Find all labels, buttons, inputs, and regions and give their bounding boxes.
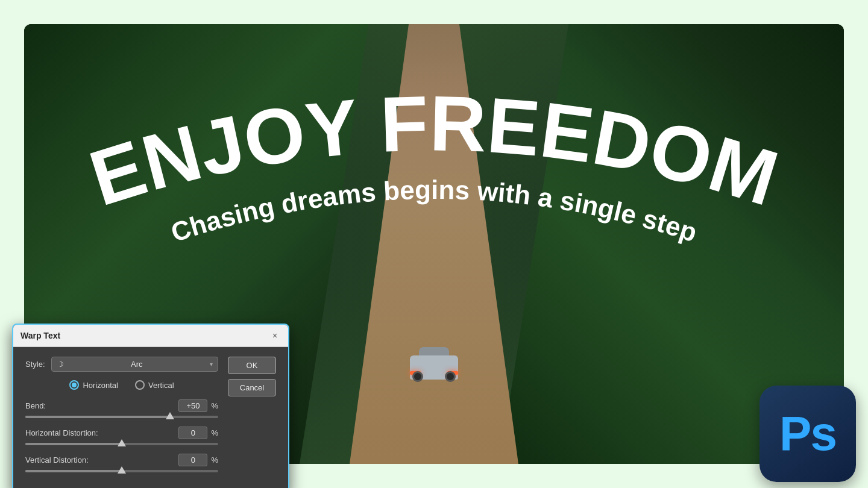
dialog-title: Warp Text [20, 331, 60, 340]
orientation-row: Horizontal Vertical [25, 380, 218, 390]
ps-badge: Ps [760, 386, 856, 482]
h-distortion-pct: % [211, 428, 218, 437]
horizontal-radio-circle [69, 380, 79, 390]
horizontal-radio-dot [72, 383, 77, 387]
bend-slider-row: Bend: % [25, 399, 218, 418]
dialog-titlebar: Warp Text × [13, 325, 288, 347]
h-distortion-header: Horizontal Distortion: % [25, 427, 218, 439]
vertical-radio-circle [135, 380, 145, 390]
h-distortion-value[interactable] [178, 427, 207, 439]
horizontal-label: Horizontal [83, 381, 118, 390]
dialog-controls: Style: ☽ Arc ▾ Horizontal [25, 357, 218, 481]
bend-label: Bend: [25, 401, 178, 410]
bend-slider-header: Bend: % [25, 399, 218, 412]
dialog-buttons: OK Cancel [228, 357, 276, 481]
h-distortion-track[interactable] [25, 443, 218, 445]
h-distortion-thumb[interactable] [118, 439, 126, 446]
v-distortion-track[interactable] [25, 470, 218, 472]
bend-slider-fill [25, 416, 170, 418]
chevron-down-icon: ▾ [210, 361, 213, 368]
vertical-radio[interactable]: Vertical [135, 380, 174, 390]
h-distortion-label: Horizontal Distortion: [25, 428, 178, 437]
bend-slider-thumb[interactable] [166, 412, 174, 419]
v-distortion-thumb[interactable] [118, 466, 126, 474]
v-distortion-fill [25, 470, 122, 472]
bend-value[interactable] [178, 399, 207, 412]
sub-heading: Chasing dreams begins with a single step [168, 175, 701, 248]
ok-button[interactable]: OK [228, 357, 276, 374]
style-row: Style: ☽ Arc ▾ [25, 357, 218, 372]
horizontal-radio[interactable]: Horizontal [69, 380, 118, 390]
v-distortion-pct: % [211, 455, 218, 465]
style-label: Style: [25, 360, 45, 369]
style-select[interactable]: ☽ Arc ▾ [51, 357, 218, 372]
h-distortion-slider-row: Horizontal Distortion: % [25, 427, 218, 445]
ps-label: Ps [779, 406, 836, 461]
v-distortion-header: Vertical Distortion: % [25, 454, 218, 466]
style-value: Arc [131, 360, 143, 369]
bend-slider-track[interactable] [25, 416, 218, 418]
main-container: ENJOY FREEDOM Chasing dreams begins with… [24, 24, 844, 464]
warp-text-dialog: Warp Text × Style: ☽ Arc ▾ [12, 324, 289, 488]
v-distortion-slider-row: Vertical Distortion: % [25, 454, 218, 472]
style-icon-arc: ☽ [57, 360, 64, 369]
dialog-body: Style: ☽ Arc ▾ Horizontal [13, 347, 288, 488]
bend-pct: % [211, 401, 218, 410]
close-button[interactable]: × [269, 330, 281, 342]
vertical-label: Vertical [148, 381, 174, 390]
h-distortion-fill [25, 443, 122, 445]
cancel-button[interactable]: Cancel [228, 379, 276, 396]
v-distortion-value[interactable] [178, 454, 207, 466]
v-distortion-label: Vertical Distortion: [25, 455, 178, 465]
